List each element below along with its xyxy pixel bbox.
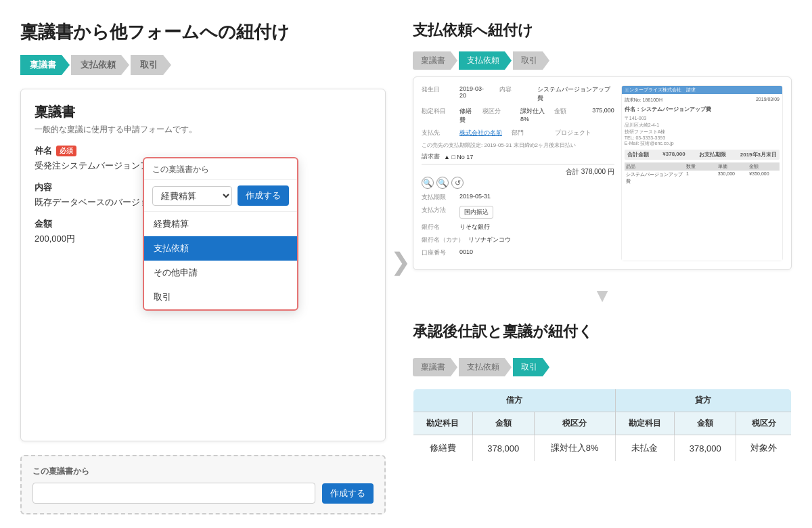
- journal-col-debit-tax: 税区分: [534, 412, 615, 435]
- journal-cell-credit-amount: 378,000: [675, 435, 736, 462]
- zoom-in-icon[interactable]: 🔍: [422, 177, 434, 189]
- preview-label-tax: 税区分: [482, 107, 516, 116]
- popup-select[interactable]: 経費精算: [152, 186, 232, 206]
- preview-note: この売先の支払期限設定: 2019-05-31 末日締め2ヶ月後末日払い: [422, 141, 614, 149]
- field-label-subject: 件名 必須: [35, 145, 371, 157]
- dropdown-item-0[interactable]: 経費精算: [144, 212, 297, 236]
- preview-row-date: 発生日 2019-03-20 内容 システムバージョンアップ費: [422, 85, 614, 103]
- right-bottom-title: 承認後仕訳と稟議が紐付く: [413, 322, 792, 342]
- dropdown-item-3[interactable]: 取引: [144, 285, 297, 309]
- journal-cell-credit-tax: 対象外: [736, 435, 792, 462]
- form-desc: 一般的な稟議に使用する申請フォームです。: [35, 124, 371, 135]
- preview-row-account: 勘定科目 修繕費 税区分 課対仕入8% 金額 375,000: [422, 107, 614, 125]
- bc-right-bottom-0[interactable]: 稟議書: [413, 358, 457, 376]
- preview-value-date: 2019-03-20: [459, 85, 490, 99]
- bc-right-top-1[interactable]: 支払依頼: [459, 51, 512, 70]
- invoice-body: 請求No: 18610DH 2019/03/09 件名：システムバージョンアップ…: [622, 94, 782, 261]
- preview-invoice-label: 請求書: [422, 152, 440, 161]
- preview-label-project: プロジェクト: [555, 129, 591, 137]
- journal-cell-credit-account: 未払金: [615, 435, 675, 462]
- journal-col-credit-amount: 金額: [675, 412, 736, 435]
- preview-label-account: 勘定科目: [422, 107, 455, 116]
- bottom-create-button[interactable]: 作成する: [322, 483, 374, 504]
- preview-label-bank-kana: 銀行名（カナ）: [422, 236, 464, 244]
- preview-value-amount: 375,000: [592, 107, 614, 114]
- preview-value-content: システムバージョンアップ費: [537, 85, 614, 103]
- right-top-section: 支払依頼へ紐付け 稟議書 支払依頼 取引 発生日 2019-03-20 内容 シ…: [413, 20, 792, 270]
- payment-left: 発生日 2019-03-20 内容 システムバージョンアップ費 勘定科目 修繕費…: [422, 85, 614, 261]
- preview-value-account-no: 0010: [459, 248, 473, 255]
- preview-value-method: 国内振込: [459, 206, 493, 219]
- preview-label-account-no: 口座番号: [422, 248, 455, 257]
- journal-cell-debit-tax: 課対仕入8%: [534, 435, 615, 462]
- bc-right-top-0[interactable]: 稟議書: [413, 51, 457, 70]
- preview-label-content: 内容: [499, 85, 533, 94]
- preview-row-due: 支払期限 2019-05-31: [422, 193, 614, 202]
- bc-left-item-2[interactable]: 取引: [131, 55, 171, 75]
- table-row: 修繕費 378,000 課対仕入8% 未払金 378,000 対象外: [413, 435, 792, 462]
- popup-header: この稟議書から: [144, 158, 297, 180]
- zoom-reset-icon[interactable]: ↺: [451, 177, 464, 189]
- form-title: 稟議書: [35, 103, 371, 121]
- bottom-input[interactable]: [32, 483, 315, 504]
- journal-group-header-credit: 貸方: [615, 389, 791, 412]
- preview-label-method: 支払方法: [422, 206, 455, 215]
- preview-invoice-row: 請求書 ▲ □ No 17: [422, 152, 614, 161]
- dropdown-item-2[interactable]: その他申請: [144, 261, 297, 285]
- preview-value-bank-kana: リソナギンコウ: [468, 236, 511, 244]
- right-bottom-section: 承認後仕訳と稟議が紐付く 稟議書 支払依頼 取引 借方 貸方 勘定科目 金額 税…: [413, 322, 792, 462]
- popup-select-row: 経費精算 作成する: [144, 180, 297, 211]
- left-title: 稟議書から他フォームへの紐付け: [20, 20, 386, 44]
- preview-value-payee: 株式会社の名前: [459, 129, 502, 137]
- bc-left-item-1[interactable]: 支払依頼: [71, 55, 129, 75]
- journal-cell-debit-account: 修繕費: [413, 435, 473, 462]
- bc-left-item-0[interactable]: 稟議書: [20, 55, 70, 75]
- zoom-out-icon[interactable]: 🔍: [436, 177, 449, 189]
- invoice-address: 〒141-003品川区大崎2-4-1技研ファーストA棟TEL: 03-3333-…: [625, 115, 780, 147]
- left-panel: 稟議書から他フォームへの紐付け 稟議書 支払依頼 取引 稟議書 一般的な稟議に使…: [0, 0, 406, 528]
- preview-row-bank: 銀行名 りそな銀行: [422, 223, 614, 232]
- right-top-breadcrumb: 稟議書 支払依頼 取引: [413, 51, 792, 70]
- preview-value-due: 2019-05-31: [459, 193, 491, 200]
- invoice-summary-row: 合計金額 ¥378,000 お支払期限 2019年3月末日: [625, 150, 780, 160]
- dropdown-item-1[interactable]: 支払依頼: [144, 236, 297, 261]
- preview-total: 合計 378,000 円: [422, 164, 614, 177]
- preview-label-bank: 銀行名: [422, 223, 455, 232]
- arrow-right-icon: ❯: [390, 248, 411, 276]
- journal-col-debit-amount: 金額: [472, 412, 534, 435]
- journal-col-credit-tax: 税区分: [736, 412, 792, 435]
- dropdown-list: 経費精算 支払依頼 その他申請 取引: [144, 211, 297, 309]
- right-top-title: 支払依頼へ紐付け: [413, 20, 792, 41]
- preview-value-bank: りそな銀行: [459, 223, 490, 232]
- preview-value-tax: 課対仕入8%: [520, 107, 545, 123]
- zoom-icons: 🔍 🔍 ↺: [422, 177, 614, 189]
- right-bottom-breadcrumb: 稟議書 支払依頼 取引: [413, 358, 792, 376]
- preview-label-due: 支払期限: [422, 193, 455, 202]
- popup-create-button[interactable]: 作成する: [238, 185, 289, 206]
- payment-right: エンタープライズ株式会社 請求 請求No: 18610DH 2019/03/09…: [621, 85, 783, 261]
- preview-label-date: 発生日: [422, 85, 455, 94]
- required-badge: 必須: [56, 146, 76, 156]
- bc-right-top-2[interactable]: 取引: [513, 51, 549, 70]
- journal-cell-debit-amount: 378,000: [472, 435, 534, 462]
- preview-invoice-no: ▲ □ No 17: [444, 154, 473, 160]
- invoice-title: 件名：システムバージョンアップ費: [625, 106, 780, 113]
- bc-right-bottom-2[interactable]: 取引: [513, 358, 549, 376]
- invoice-line-item-0: システムバージョンアップ費 1 350,000 ¥350,000: [625, 171, 780, 185]
- preview-label-dept: 部門: [512, 129, 545, 137]
- journal-table: 借方 貸方 勘定科目 金額 税区分 勘定科目 金額 税区分 修繕費 378,00…: [413, 389, 792, 462]
- preview-row-payee: 支払先 株式会社の名前 部門 プロジェクト: [422, 129, 614, 137]
- form-card: 稟議書 一般的な稟議に使用する申請フォームです。 件名 必須 受発注システムバー…: [20, 89, 386, 441]
- invoice-meta: 請求No: 18610DH 2019/03/09: [625, 97, 780, 104]
- left-breadcrumb: 稟議書 支払依頼 取引: [20, 55, 386, 75]
- invoice-line-header: 品品 数量 単価 金額: [625, 162, 780, 171]
- bottom-label: この稟議書から: [32, 466, 374, 477]
- invoice-line-items: 品品 数量 単価 金額 システムバージョンアップ費 1 350,000 ¥350…: [625, 162, 780, 185]
- bc-right-bottom-1[interactable]: 支払依頼: [459, 358, 512, 376]
- invoice-header: エンタープライズ株式会社 請求: [622, 86, 782, 94]
- bottom-section: この稟議書から 作成する: [20, 455, 386, 514]
- preview-label-payee: 支払先: [422, 129, 455, 137]
- preview-value-account: 修繕費: [459, 107, 473, 125]
- popup-box: この稟議書から 経費精算 作成する 経費精算 支払依頼 その他申請 取引: [143, 157, 298, 311]
- preview-label-amount: 金額: [554, 107, 588, 116]
